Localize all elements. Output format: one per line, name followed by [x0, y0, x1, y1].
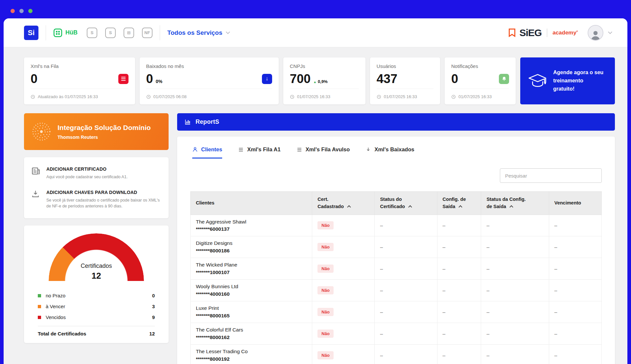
- table-row[interactable]: Wooly Bunnies Ltd*******4000160 Não – – …: [191, 280, 602, 301]
- table-row[interactable]: The Colorful Elf Cars*******8000162 Não …: [191, 323, 602, 345]
- table-row[interactable]: Luxe Print*******8000165 Não – – – –: [191, 301, 602, 323]
- column-header-status-certificado[interactable]: Status do Certificado: [375, 192, 437, 215]
- app-icon-planilha[interactable]: ⊞: [124, 28, 134, 38]
- legend-swatch-orange: [38, 305, 41, 308]
- training-promo-banner[interactable]: Agende agora o seu treinamento gratuito!: [520, 57, 615, 104]
- cell-value: –: [380, 288, 383, 293]
- integration-title: Integração Solução Domínio: [58, 124, 151, 132]
- sort-caret-icon: [409, 205, 412, 209]
- stat-value: 0: [146, 72, 153, 86]
- app-icon-nf[interactable]: NF: [142, 28, 152, 38]
- status-badge: Não: [317, 243, 334, 251]
- cell-value: –: [486, 353, 489, 358]
- cell-value: –: [554, 266, 557, 271]
- app-icon-s2[interactable]: S: [105, 28, 116, 38]
- add-download-keys-action[interactable]: ADICIONAR CHAVES PARA DOWNLOAD Se você j…: [31, 190, 161, 209]
- status-badge: Não: [317, 330, 334, 338]
- reports-tabs: Clientes Xml's Fila A1 Xml: [190, 146, 602, 159]
- download-icon: ↓: [266, 75, 269, 82]
- user-avatar[interactable]: [588, 25, 603, 41]
- table-row[interactable]: Digitize Designs*******8000186 Não – – –…: [191, 236, 602, 258]
- client-doc: *******6000137: [196, 225, 307, 233]
- stat-footer-text: Atualizado às 01/07/2025 16:33: [38, 94, 98, 99]
- stat-value: 0: [31, 72, 37, 86]
- menu-icon: [121, 77, 126, 81]
- clock-icon: [146, 95, 151, 99]
- tab-xmls-baixados[interactable]: Xml's Baixados: [365, 146, 414, 159]
- table-header-row: Clientes Cert. Cadastrado Status do Cert…: [191, 192, 602, 215]
- sort-caret-icon: [459, 205, 462, 209]
- hub-app-button[interactable]: HüB: [53, 28, 78, 37]
- cell-value: –: [554, 309, 557, 315]
- legend-item-a-vencer: à Vencer 3: [38, 301, 155, 312]
- column-header-cert-cadastrado[interactable]: Cert. Cadastrado: [312, 192, 375, 215]
- legend-value: 0: [152, 293, 155, 298]
- total-value: 12: [149, 331, 155, 336]
- tab-xmls-fila-a1[interactable]: Xml's Fila A1: [238, 146, 280, 159]
- add-certificate-action[interactable]: ADICIONAR CERTIFICADO Aqui você pode cad…: [31, 166, 161, 180]
- column-header-config-saida[interactable]: Config. de Saída: [437, 192, 481, 215]
- legend-swatch-green: [38, 294, 41, 297]
- stat-percentage: 0%: [156, 79, 162, 84]
- stat-footer: 01/07/2025 16:33: [377, 89, 433, 104]
- tab-clientes[interactable]: Clientes: [192, 146, 222, 159]
- reports-card: Clientes Xml's Fila A1 Xml: [177, 137, 615, 364]
- client-doc: *******8000162: [196, 334, 307, 341]
- action-title: ADICIONAR CHAVES PARA DOWNLOAD: [46, 190, 161, 195]
- stat-footer: 01/07/2025 06:08: [146, 89, 272, 104]
- stat-value: 0: [451, 72, 458, 86]
- topbar-right-group: SiEG academy': [508, 25, 612, 41]
- column-header-status-config-saida[interactable]: Status da Config. de Saída: [481, 192, 549, 215]
- minimize-window-button[interactable]: [19, 9, 24, 13]
- stat-value: 700: [290, 72, 311, 86]
- cell-value: –: [554, 331, 557, 336]
- stat-label: CNPJs: [290, 63, 359, 69]
- client-doc: *******1000107: [196, 269, 307, 276]
- maximize-window-button[interactable]: [28, 9, 33, 13]
- status-badge: Não: [317, 308, 334, 316]
- tab-label: Xml's Fila Avulso: [306, 146, 350, 153]
- table-row[interactable]: The Aggressive Shawl*******6000137 Não –…: [191, 215, 602, 236]
- dominio-integration-banner[interactable]: Integração Solução Domínio Thomsom Reute…: [24, 113, 169, 150]
- clients-table: Clientes Cert. Cadastrado Status do Cert…: [190, 191, 602, 364]
- tab-label: Xml's Fila A1: [247, 146, 280, 153]
- close-window-button[interactable]: [11, 9, 15, 13]
- sieg-academy-brand: SiEG academy': [508, 27, 578, 38]
- status-badge: Não: [317, 265, 334, 273]
- tab-xmls-fila-avulso[interactable]: Xml's Fila Avulso: [296, 146, 350, 159]
- download-button[interactable]: ↓: [262, 74, 272, 84]
- stat-value: 437: [377, 72, 397, 86]
- table-row[interactable]: The Lesser Trading Co*******8000192 Não …: [191, 345, 602, 364]
- status-badge: Não: [317, 221, 334, 229]
- client-name: Luxe Print: [196, 305, 307, 312]
- search-input[interactable]: [500, 168, 602, 183]
- notifications-button[interactable]: [499, 74, 509, 84]
- column-header-clientes: Clientes: [191, 192, 312, 215]
- action-description: Aqui você pode cadastrar seu certificado…: [46, 174, 128, 180]
- stat-card-usuarios: Usuários 437 01/07/2025 16:33: [370, 57, 440, 104]
- table-row[interactable]: The Wicked Plane*******1000107 Não – – –…: [191, 258, 602, 280]
- legend-item-no-prazo: no Prazo 0: [38, 290, 155, 301]
- reports-section: ReportS Clientes: [177, 113, 615, 364]
- stat-card-baixados-no-mes: Baixados no mês 0 0% ↓ 01/07/2025 06:08: [140, 57, 279, 104]
- legend-swatch-red: [38, 316, 41, 319]
- sieg-app-logo[interactable]: Si: [24, 26, 38, 40]
- cell-value: –: [486, 288, 489, 293]
- services-dropdown[interactable]: Todos os Serviços: [167, 29, 229, 36]
- client-name: Wooly Bunnies Ltd: [196, 283, 307, 290]
- client-doc: *******4000160: [196, 290, 307, 298]
- account-menu-chevron-icon[interactable]: [608, 30, 612, 34]
- cell-value: –: [443, 331, 446, 336]
- gauge-legend: no Prazo 0 à Vencer 3 Vencidos 9: [33, 290, 160, 323]
- cell-value: –: [554, 223, 557, 228]
- client-doc: *******8000165: [196, 312, 307, 319]
- list-icon: [238, 147, 244, 153]
- app-icon-s1[interactable]: S: [87, 28, 97, 38]
- client-doc: *******8000186: [196, 247, 307, 254]
- person-icon: [192, 147, 198, 152]
- client-name: The Lesser Trading Co: [196, 348, 307, 355]
- cell-value: –: [443, 288, 446, 293]
- queue-menu-button[interactable]: [118, 74, 129, 84]
- legend-value: 9: [152, 314, 155, 320]
- academy-label: academy': [552, 30, 578, 36]
